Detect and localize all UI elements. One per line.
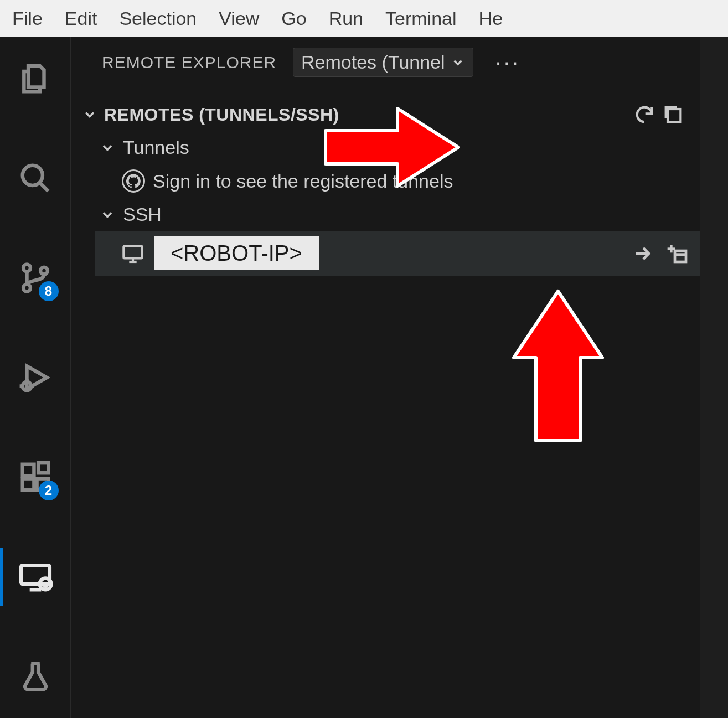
chevron-down-icon xyxy=(100,207,115,223)
activity-testing[interactable] xyxy=(13,654,58,699)
ssh-host-actions xyxy=(632,242,689,265)
svg-rect-14 xyxy=(21,565,50,584)
beaker-icon xyxy=(18,659,53,694)
svg-rect-11 xyxy=(22,479,34,490)
scm-badge: 8 xyxy=(39,281,59,301)
annotation-arrow-up xyxy=(508,286,608,452)
open-new-window-icon[interactable] xyxy=(667,242,689,265)
svg-line-1 xyxy=(39,183,48,192)
chevron-down-icon xyxy=(100,140,115,156)
search-icon xyxy=(18,161,53,195)
new-window-icon[interactable] xyxy=(662,104,684,126)
svg-point-4 xyxy=(40,267,48,275)
remote-explorer-icon xyxy=(18,560,53,594)
svg-rect-24 xyxy=(675,251,686,262)
menu-selection[interactable]: Selection xyxy=(119,8,197,29)
activity-bar: 8 2 xyxy=(0,37,71,718)
activity-explorer[interactable] xyxy=(13,56,58,101)
svg-point-0 xyxy=(22,166,42,185)
chevron-down-icon xyxy=(82,107,97,122)
github-icon xyxy=(122,169,145,193)
activity-run-debug[interactable] xyxy=(13,355,58,400)
svg-rect-13 xyxy=(38,463,48,473)
menu-view[interactable]: View xyxy=(219,8,259,29)
connect-arrow-icon[interactable] xyxy=(632,242,654,265)
extensions-badge: 2 xyxy=(39,481,59,500)
menu-go[interactable]: Go xyxy=(281,8,306,29)
more-actions-button[interactable]: ··· xyxy=(490,50,526,75)
svg-marker-26 xyxy=(326,109,458,186)
tree-node-ssh[interactable]: SSH xyxy=(95,198,700,231)
editor-gutter xyxy=(700,37,728,718)
svg-point-2 xyxy=(23,264,30,271)
menubar: File Edit Selection View Go Run Terminal… xyxy=(0,0,728,37)
svg-marker-27 xyxy=(514,291,602,441)
menu-run[interactable]: Run xyxy=(329,8,363,29)
activity-source-control[interactable]: 8 xyxy=(13,256,58,300)
main-area: 8 2 REMOTE EXPLORER Remotes (Tunnel ··· xyxy=(0,37,728,718)
refresh-icon[interactable] xyxy=(633,104,655,126)
activity-extensions[interactable]: 2 xyxy=(13,455,58,499)
remote-type-dropdown[interactable]: Remotes (Tunnel xyxy=(293,48,473,77)
activity-remote-explorer[interactable] xyxy=(13,555,58,599)
menu-edit[interactable]: Edit xyxy=(65,8,97,29)
svg-rect-18 xyxy=(123,246,142,258)
files-icon xyxy=(18,61,53,96)
sidebar-header: REMOTE EXPLORER Remotes (Tunnel ··· xyxy=(71,37,700,81)
ssh-label: SSH xyxy=(123,204,689,225)
annotation-arrow-right xyxy=(314,103,469,192)
chevron-down-icon xyxy=(451,55,465,70)
svg-rect-17 xyxy=(668,109,680,122)
sidebar-title: REMOTE EXPLORER xyxy=(102,53,276,72)
svg-rect-10 xyxy=(22,464,34,476)
ssh-host-label: <ROBOT-IP> xyxy=(154,236,319,270)
svg-point-3 xyxy=(23,285,30,292)
menu-terminal[interactable]: Terminal xyxy=(385,8,456,29)
menu-file[interactable]: File xyxy=(12,8,43,29)
debug-icon xyxy=(18,360,53,395)
menu-help[interactable]: He xyxy=(479,8,503,29)
ssh-host-row[interactable]: <ROBOT-IP> xyxy=(95,231,700,276)
monitor-icon xyxy=(122,242,144,265)
remote-explorer-panel: REMOTE EXPLORER Remotes (Tunnel ··· REMO… xyxy=(71,37,700,718)
dropdown-label: Remotes (Tunnel xyxy=(301,51,445,73)
activity-search[interactable] xyxy=(13,156,58,200)
section-title: REMOTES (TUNNELS/SSH) xyxy=(104,105,339,125)
